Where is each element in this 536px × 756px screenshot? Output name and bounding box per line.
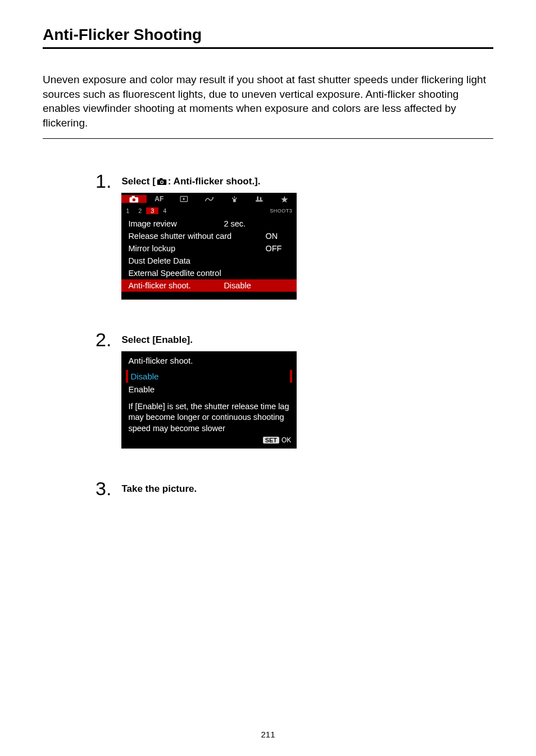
steps-list: 1. Select [ : Anti-flicker shoot.]. AF bbox=[43, 171, 493, 501]
svg-rect-1 bbox=[160, 178, 162, 180]
subtab-4[interactable]: 4 bbox=[158, 207, 171, 214]
svg-rect-9 bbox=[256, 200, 262, 201]
svg-point-3 bbox=[161, 181, 162, 183]
svg-rect-5 bbox=[132, 196, 135, 197]
tab-playback[interactable] bbox=[172, 195, 197, 203]
svg-point-12 bbox=[257, 196, 258, 197]
menu-page-name: SHOOT3 bbox=[270, 208, 297, 214]
step-2: 2. Select [Enable]. Anti-flicker shoot. … bbox=[96, 330, 493, 449]
menu-row-release-shutter[interactable]: Release shutter without cardON bbox=[121, 230, 297, 242]
menu-row-anti-flicker[interactable]: Anti-flicker shoot.Disable bbox=[121, 279, 297, 292]
step-1-title: Select [ : Anti-flicker shoot.]. bbox=[121, 176, 297, 187]
option-disable[interactable]: Disable bbox=[126, 370, 292, 383]
page-number: 211 bbox=[0, 730, 536, 739]
svg-rect-11 bbox=[260, 198, 261, 200]
tab-custom[interactable] bbox=[247, 195, 272, 203]
dialog-help-text: If [Enable] is set, the shutter release … bbox=[121, 397, 297, 436]
menu-row-mirror-lockup[interactable]: Mirror lockupOFF bbox=[121, 242, 297, 255]
set-button[interactable]: SET bbox=[263, 437, 279, 443]
step-number: 1. bbox=[96, 171, 111, 191]
dialog-title: Anti-flicker shoot. bbox=[121, 351, 297, 369]
step-3: 3. Take the picture. bbox=[96, 479, 493, 500]
menu-top-tabs: AF bbox=[121, 193, 297, 205]
page-title: Anti-Flicker Shooting bbox=[43, 26, 493, 49]
menu-row-image-review[interactable]: Image review2 sec. bbox=[121, 218, 297, 230]
svg-rect-10 bbox=[257, 197, 258, 200]
step-number: 3. bbox=[96, 479, 111, 498]
subtab-3[interactable]: 3 bbox=[146, 207, 158, 214]
anti-flicker-dialog: Anti-flicker shoot. Disable Enable If [E… bbox=[121, 351, 297, 449]
camera-menu-screen: AF bbox=[121, 193, 297, 300]
subtab-1[interactable]: 1 bbox=[121, 207, 134, 214]
subtab-2[interactable]: 2 bbox=[134, 207, 146, 214]
menu-row-dust-delete[interactable]: Dust Delete Data bbox=[121, 255, 297, 267]
tab-wireless[interactable] bbox=[197, 195, 222, 203]
divider bbox=[43, 138, 493, 139]
step-3-title: Take the picture. bbox=[121, 483, 197, 495]
camera-icon bbox=[157, 178, 167, 185]
option-enable[interactable]: Enable bbox=[125, 383, 293, 396]
step-2-title: Select [Enable]. bbox=[121, 334, 297, 346]
tab-mymenu[interactable] bbox=[272, 195, 297, 203]
menu-sub-tabs: 1 2 3 4 SHOOT3 bbox=[121, 205, 297, 216]
ok-label: OK bbox=[281, 436, 291, 444]
svg-rect-8 bbox=[233, 199, 236, 202]
menu-row-speedlite[interactable]: External Speedlite control bbox=[121, 267, 297, 279]
intro-paragraph: Uneven exposure and color may result if … bbox=[43, 73, 493, 130]
step-1: 1. Select [ : Anti-flicker shoot.]. AF bbox=[96, 171, 493, 300]
tab-setup[interactable] bbox=[222, 195, 247, 203]
tab-af[interactable]: AF bbox=[147, 195, 172, 203]
tab-shoot[interactable] bbox=[121, 195, 147, 203]
step-number: 2. bbox=[96, 330, 111, 349]
svg-point-6 bbox=[133, 198, 135, 201]
svg-point-13 bbox=[260, 197, 261, 198]
